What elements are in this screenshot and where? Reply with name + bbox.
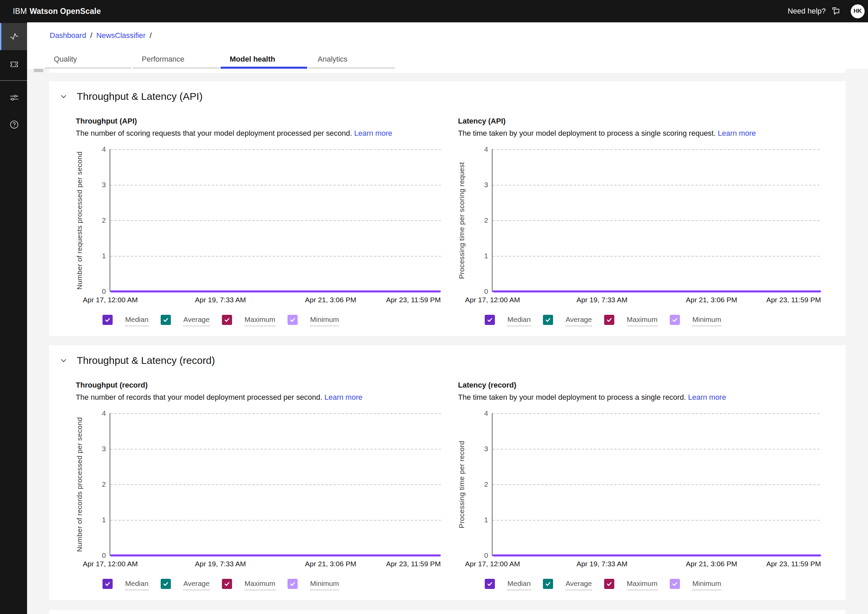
charts-row: Throughput (API) The number of scoring r… (49, 81, 846, 336)
chart-description: The number of scoring requests that your… (76, 129, 392, 138)
breadcrumb-dashboard[interactable]: Dashboard (50, 31, 86, 40)
legend-item-average[interactable]: Average (161, 579, 210, 590)
checkbox-median[interactable] (485, 579, 495, 589)
checkbox-average[interactable] (543, 315, 553, 325)
chart-description-text: The time taken by your model deployment … (458, 129, 716, 137)
learn-more-link[interactable]: Learn more (354, 129, 392, 137)
legend-label: Median (125, 579, 149, 590)
app-header: IBMWatson OpenScale Need help? HK (0, 0, 868, 22)
chart-plot: 4 3 2 1 0 Apr 17, 12:00 AM Apr 19, 7:33 … (110, 149, 441, 292)
legend-item-median[interactable]: Median (102, 315, 149, 326)
tab-performance[interactable]: Performance (133, 55, 219, 69)
learn-more-link[interactable]: Learn more (324, 393, 363, 401)
checkbox-average[interactable] (543, 579, 553, 589)
x-tick-label: Apr 19, 7:33 AM (577, 296, 628, 304)
data-line (110, 291, 441, 292)
legend-item-median[interactable]: Median (102, 579, 149, 590)
legend-item-average[interactable]: Average (161, 315, 210, 326)
checkbox-maximum[interactable] (222, 579, 232, 589)
chart-description: The time taken by your model deployment … (458, 129, 756, 138)
sidebar-item-help[interactable] (0, 111, 27, 138)
check-icon (672, 581, 678, 587)
checkbox-average[interactable] (161, 579, 171, 589)
sidebar-item-subscriptions[interactable] (0, 50, 27, 77)
chart-block: Latency (API) The time taken by your mod… (458, 81, 830, 336)
x-tick-label: Apr 19, 7:33 AM (195, 560, 246, 568)
legend-item-minimum[interactable]: Minimum (288, 579, 339, 590)
legend-label: Minimum (693, 579, 721, 590)
chart-description-text: The time taken by your model deployment … (458, 393, 686, 401)
help-icon (9, 120, 19, 129)
legend-label: Minimum (310, 579, 339, 590)
legend-item-maximum[interactable]: Maximum (222, 315, 275, 326)
legend-label: Minimum (310, 315, 339, 326)
checkbox-minimum[interactable] (288, 579, 298, 589)
section-throughput-latency-record: Throughput & Latency (record) Throughput… (49, 345, 846, 600)
tab-quality[interactable]: Quality (45, 55, 131, 69)
checkbox-median[interactable] (102, 579, 113, 589)
breadcrumb: Dashboard/NewsClassifier/ (50, 31, 156, 40)
y-tick-label: 1 (465, 252, 488, 260)
need-help-link[interactable]: Need help? (787, 7, 826, 16)
learn-more-link[interactable]: Learn more (688, 393, 726, 401)
sidebar-item-insights[interactable] (0, 23, 27, 50)
y-tick-label: 2 (465, 216, 488, 224)
y-axis-line (492, 413, 493, 556)
checkbox-maximum[interactable] (604, 579, 614, 589)
x-tick-label: Apr 17, 12:00 AM (83, 560, 138, 568)
breadcrumb-separator: / (149, 31, 152, 40)
learn-more-link[interactable]: Learn more (718, 129, 756, 137)
y-tick-label: 1 (465, 516, 488, 524)
checkbox-median[interactable] (102, 315, 113, 325)
gridline (110, 256, 441, 256)
chart-plot: 4 3 2 1 0 Apr 17, 12:00 AM Apr 19, 7:33 … (493, 149, 821, 292)
checkbox-minimum[interactable] (288, 315, 298, 325)
legend-item-minimum[interactable]: Minimum (670, 579, 721, 590)
check-icon (290, 317, 296, 323)
gridline (493, 484, 821, 485)
legend-item-average[interactable]: Average (543, 315, 592, 326)
breadcrumb-newsclassifier[interactable]: NewsClassifier (96, 31, 146, 40)
ticket-icon (9, 59, 19, 68)
legend-item-average[interactable]: Average (543, 579, 592, 590)
avatar[interactable]: HK (851, 5, 865, 18)
y-tick-label: 0 (465, 551, 488, 560)
chart-legend: Median Average Maximum Minimum (485, 579, 721, 590)
check-icon (104, 581, 111, 587)
chart-title: Latency (API) (458, 117, 506, 126)
data-line (493, 555, 821, 556)
checkbox-minimum[interactable] (670, 315, 680, 325)
chart-block: Latency (record) The time taken by your … (458, 345, 830, 600)
checkbox-maximum[interactable] (222, 315, 232, 325)
tab-model-health[interactable]: Model health (220, 55, 307, 69)
gridline (110, 149, 441, 150)
legend-item-maximum[interactable]: Maximum (604, 315, 657, 326)
check-icon (487, 317, 493, 323)
chat-icon[interactable] (831, 6, 841, 16)
tab-scroll-fragment (34, 69, 43, 72)
x-tick-label: Apr 23, 11:59 PM (766, 296, 821, 304)
check-icon (104, 317, 111, 323)
settings-adjust-icon (9, 93, 19, 102)
legend-item-minimum[interactable]: Minimum (670, 315, 721, 326)
tab-analytics[interactable]: Analytics (308, 55, 395, 69)
checkbox-minimum[interactable] (670, 579, 680, 589)
sidebar-item-configure[interactable] (0, 84, 27, 111)
x-tick-label: Apr 21, 3:06 PM (305, 296, 356, 304)
legend-label: Maximum (245, 315, 275, 326)
legend-item-median[interactable]: Median (485, 579, 531, 590)
gridline (493, 149, 821, 150)
gridline (493, 185, 821, 185)
legend-item-minimum[interactable]: Minimum (288, 315, 339, 326)
checkbox-maximum[interactable] (604, 315, 614, 325)
checkbox-average[interactable] (161, 315, 171, 325)
legend-item-maximum[interactable]: Maximum (222, 579, 275, 590)
legend-label: Maximum (245, 579, 275, 590)
gridline (493, 449, 821, 449)
checkbox-median[interactable] (485, 315, 495, 325)
tab-bar: Quality Performance Model health Analyti… (45, 55, 395, 69)
legend-item-maximum[interactable]: Maximum (604, 579, 657, 590)
chart-plot: 4 3 2 1 0 Apr 17, 12:00 AM Apr 19, 7:33 … (493, 413, 821, 556)
legend-item-median[interactable]: Median (485, 315, 531, 326)
legend-label: Average (183, 315, 210, 326)
